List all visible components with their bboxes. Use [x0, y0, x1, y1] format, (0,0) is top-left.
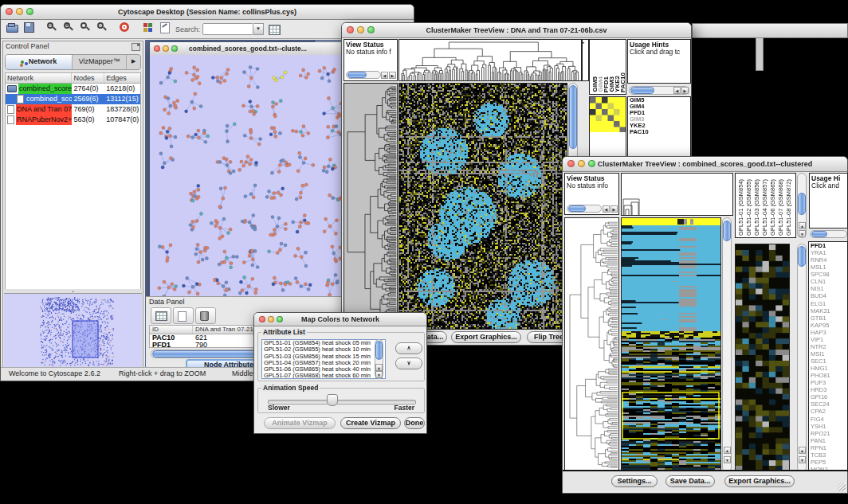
row-label[interactable]: FIG4 — [809, 416, 847, 423]
scroll-down-icon[interactable]: ▼ — [724, 456, 731, 463]
row-label[interactable]: HAP3 — [809, 329, 847, 336]
row-label[interactable]: VIP1 — [809, 336, 847, 343]
scroll-thumb[interactable] — [798, 246, 806, 267]
row-label[interactable]: GPI16 — [809, 393, 847, 400]
dialog-titlebar[interactable]: Map Colors to Network — [254, 313, 426, 326]
row-label[interactable]: SEC1 — [809, 357, 847, 365]
attribute-list-vscrollbar[interactable]: ▲ ▼ — [375, 339, 383, 379]
scroll-up-icon[interactable]: ▲ — [724, 447, 731, 454]
zoom-out-icon[interactable]: − — [45, 21, 59, 33]
tv1-usage-hscrollbar[interactable]: ◀ ▶ — [629, 86, 689, 95]
tv2-column-dendrogram[interactable] — [621, 173, 733, 216]
attribute-select-icon[interactable] — [151, 307, 171, 324]
background-window-titlebar[interactable] — [692, 23, 848, 38]
tv2-zoom-heatmap-canvas[interactable] — [736, 244, 789, 471]
scroll-down-icon[interactable]: ▼ — [799, 456, 806, 463]
annotation-note-icon[interactable] — [159, 21, 172, 33]
open-folder-icon[interactable] — [6, 21, 19, 33]
tv1-splitter-strip[interactable]: ▸ — [582, 39, 589, 81]
export-graphics-button[interactable]: Export Graphics... — [451, 331, 521, 343]
move-down-button[interactable]: ∨ — [395, 357, 422, 369]
row-label[interactable]: NTR2 — [809, 343, 847, 350]
net1-titlebar[interactable]: combined_scores_good.txt--cluste... — [150, 42, 346, 56]
tv2-col-dendro-canvas[interactable] — [622, 174, 732, 215]
row-label[interactable]: SPC98 — [809, 271, 847, 278]
zoom-window-icon[interactable] — [26, 8, 33, 15]
birdseye-canvas[interactable] — [4, 294, 142, 368]
row-label[interactable]: PFD1 — [809, 242, 847, 249]
tv2-row-dendro-canvas[interactable] — [565, 218, 618, 471]
row-label[interactable]: MAK31 — [809, 307, 847, 315]
col-nodes[interactable]: Nodes — [72, 73, 104, 83]
close-icon[interactable] — [6, 8, 13, 15]
row-label[interactable]: RPN1 — [809, 444, 847, 451]
tv2-heatmap[interactable] — [621, 217, 721, 472]
zoom-in-icon[interactable]: + — [62, 21, 76, 33]
float-panel-icon[interactable] — [132, 43, 140, 51]
minimize-icon[interactable] — [268, 316, 274, 322]
attribute-list[interactable]: GPL51-01 (GSM854) heat shock 05 minGPL51… — [261, 339, 386, 379]
minimize-icon[interactable] — [163, 45, 169, 52]
scroll-up-icon[interactable]: ▲ — [799, 447, 806, 454]
col-edges[interactable]: Edges — [104, 73, 140, 83]
create-vizmap-button[interactable]: Create Vizmap — [340, 417, 401, 429]
tab-vizmapper[interactable]: VizMapper™ — [73, 55, 127, 69]
row-label[interactable]: PAN1 — [809, 437, 847, 444]
row-label[interactable]: PAC10 — [628, 129, 690, 135]
scroll-right-icon[interactable]: ▶ — [681, 87, 689, 94]
row-label[interactable]: NIS1 — [809, 285, 847, 292]
close-icon[interactable] — [154, 45, 160, 52]
network-name-cell[interactable]: combined_scores — [6, 84, 72, 94]
birdseye-view[interactable] — [4, 293, 142, 368]
row-label[interactable]: BUD4 — [809, 292, 847, 299]
tv1-row-dendro-canvas[interactable] — [344, 84, 397, 329]
save-data-button[interactable]: Save Data... — [665, 475, 715, 487]
speed-slider-thumb[interactable] — [327, 394, 338, 406]
col-network[interactable]: Network — [6, 73, 72, 83]
move-up-button[interactable]: ∧ — [395, 342, 422, 354]
row-label[interactable]: MSL1 — [809, 264, 847, 271]
vizmapper-palette-icon[interactable] — [142, 21, 155, 33]
search-input[interactable] — [202, 23, 253, 35]
zoom-window-icon[interactable] — [588, 160, 595, 167]
row-label[interactable]: SEC24 — [809, 400, 847, 408]
delete-attribute-icon[interactable] — [195, 307, 216, 324]
results-table-icon[interactable] — [268, 23, 281, 35]
row-label[interactable]: RNR4 — [809, 256, 847, 264]
row-label[interactable]: MSI1 — [809, 350, 847, 357]
row-label[interactable]: HRD3 — [809, 386, 847, 393]
scroll-thumb[interactable] — [630, 87, 654, 94]
new-attribute-icon[interactable] — [173, 307, 194, 324]
zoom-fit-icon[interactable]: ▫ — [96, 21, 109, 33]
zoom-window-icon[interactable] — [171, 45, 178, 52]
view-status-hscrollbar[interactable] — [346, 71, 381, 79]
row-label[interactable]: YSH1 — [809, 423, 847, 430]
scroll-thumb[interactable] — [723, 221, 731, 241]
scroll-left-icon[interactable]: ◀ — [603, 205, 610, 213]
scroll-down-icon[interactable]: ▼ — [375, 371, 383, 378]
scroll-right-icon[interactable]: ▶ — [610, 205, 618, 213]
tv2-heatmap-canvas[interactable] — [622, 218, 720, 471]
row-label[interactable]: PEP5 — [809, 459, 847, 466]
close-icon[interactable] — [567, 160, 575, 167]
network-name-cell[interactable]: combined_sco — [6, 94, 72, 104]
row-label[interactable]: CPA2 — [809, 408, 847, 415]
row-label[interactable]: YRA1 — [809, 249, 847, 256]
tv1-heatmap-canvas[interactable] — [399, 84, 567, 329]
scroll-thumb[interactable] — [569, 85, 577, 149]
minimize-icon[interactable] — [357, 26, 364, 33]
tv2-titlebar[interactable]: ClusterMaker TreeView : combined_scores_… — [563, 157, 847, 172]
column-label[interactable]: GPL51-08 (GSM872) — [785, 179, 792, 236]
main-titlebar[interactable]: Cytoscape Desktop (Session Name: collins… — [1, 5, 414, 20]
zoom-window-icon[interactable] — [367, 26, 375, 33]
network-canvas[interactable] — [150, 55, 346, 303]
tab-network[interactable]: Network — [6, 55, 73, 69]
scroll-left-icon[interactable]: ◀ — [381, 72, 388, 79]
scroll-down-icon[interactable]: ▼ — [799, 230, 806, 237]
tv1-column-dendrogram[interactable] — [398, 39, 582, 81]
scroll-thumb[interactable] — [347, 72, 367, 78]
row-label[interactable]: ELG1 — [809, 300, 847, 307]
tv2-vscrollbar[interactable]: ▲ ▼ — [722, 217, 732, 472]
close-icon[interactable] — [347, 26, 354, 33]
network-row[interactable]: combined_sco2569(6)13112(15) — [6, 94, 140, 104]
